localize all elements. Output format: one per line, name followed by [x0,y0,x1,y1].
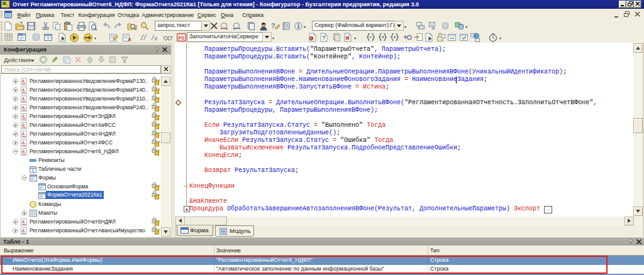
svg-text:F0: F0 [179,35,185,41]
svg-text:?: ? [271,22,275,30]
svg-text:?: ? [322,35,326,41]
